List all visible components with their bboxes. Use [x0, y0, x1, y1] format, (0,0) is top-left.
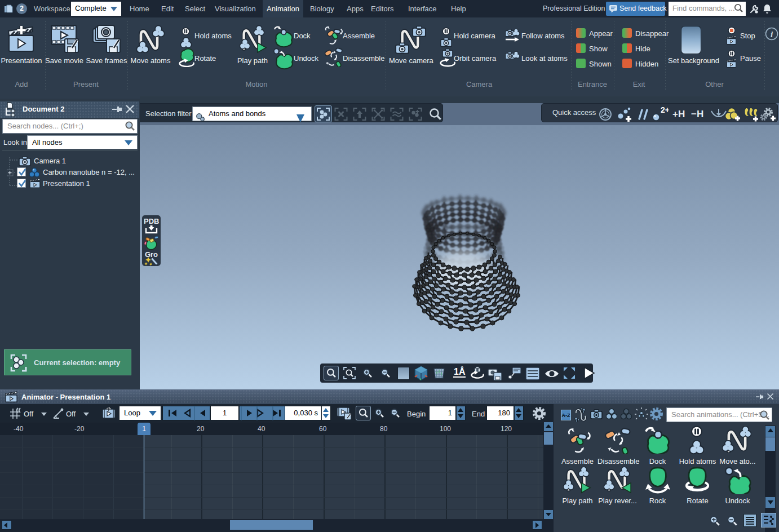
svg-text:−H: −H: [691, 109, 703, 119]
svg-text:+H: +H: [672, 109, 685, 119]
svg-text:i: i: [771, 30, 773, 39]
svg-text:2+: 2+: [661, 106, 669, 114]
